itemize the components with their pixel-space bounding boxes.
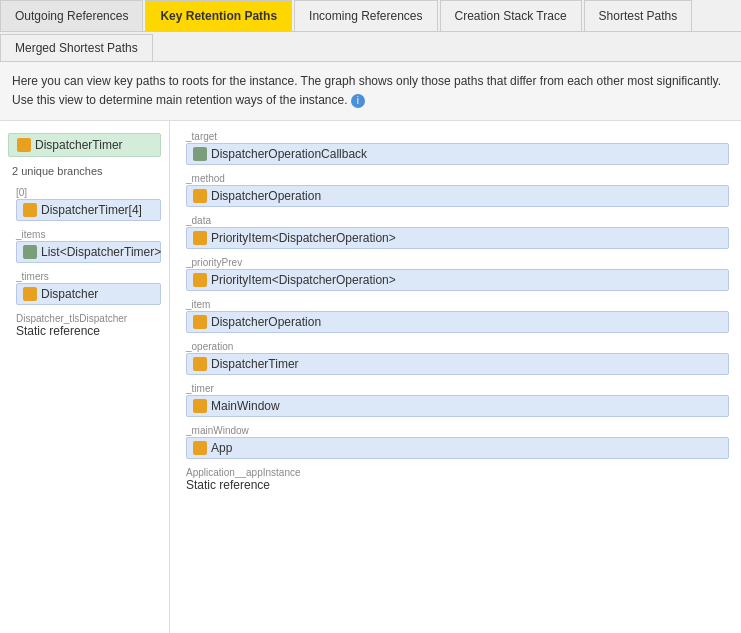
list-icon-r0 <box>193 147 207 161</box>
gear-icon-r2 <box>193 231 207 245</box>
gear-icon-r3 <box>193 273 207 287</box>
right-item-0: _target DispatcherOperationCallback <box>170 129 741 171</box>
info-line1: Here you can view key paths to roots for… <box>12 74 721 88</box>
right-pane: _target DispatcherOperationCallback _met… <box>170 121 741 633</box>
root-node[interactable]: DispatcherTimer <box>8 133 161 157</box>
tab-merged[interactable]: Merged Shortest Paths <box>0 34 153 61</box>
info-icon[interactable]: i <box>351 94 365 108</box>
tabs-row2: Merged Shortest Paths <box>0 32 741 62</box>
right-node-7[interactable]: App <box>186 437 729 459</box>
right-node-5[interactable]: DispatcherTimer <box>186 353 729 375</box>
right-node-0[interactable]: DispatcherOperationCallback <box>186 143 729 165</box>
unique-branches: 2 unique branches <box>0 161 169 185</box>
info-line2: Use this view to determine main retentio… <box>12 93 348 107</box>
right-static-ref: Application__appInstance Static referenc… <box>170 465 741 494</box>
info-bar: Here you can view key paths to roots for… <box>0 62 741 121</box>
tab-incoming[interactable]: Incoming References <box>294 0 437 31</box>
right-item-6: _timer MainWindow <box>170 381 741 423</box>
right-node-2[interactable]: PriorityItem<DispatcherOperation> <box>186 227 729 249</box>
gear-icon-2 <box>23 287 37 301</box>
gear-icon-r5 <box>193 357 207 371</box>
gear-icon-r7 <box>193 441 207 455</box>
list-icon <box>23 245 37 259</box>
gear-icon-r4 <box>193 315 207 329</box>
tabs-row1: Outgoing References Key Retention Paths … <box>0 0 741 32</box>
left-item-2: _timers Dispatcher <box>0 269 169 311</box>
tab-retention[interactable]: Key Retention Paths <box>145 0 292 31</box>
left-node-dispatchertimer4[interactable]: DispatcherTimer[4] <box>16 199 161 221</box>
tab-outgoing[interactable]: Outgoing References <box>0 0 143 31</box>
right-node-6[interactable]: MainWindow <box>186 395 729 417</box>
tab-creation[interactable]: Creation Stack Trace <box>440 0 582 31</box>
right-item-7: _mainWindow App <box>170 423 741 465</box>
gear-icon-r6 <box>193 399 207 413</box>
right-item-2: _data PriorityItem<DispatcherOperation> <box>170 213 741 255</box>
right-item-1: _method DispatcherOperation <box>170 171 741 213</box>
gear-icon <box>23 203 37 217</box>
left-item-1: _items List<DispatcherTimer> <box>0 227 169 269</box>
left-node-dispatcher[interactable]: Dispatcher <box>16 283 161 305</box>
left-item-0: [0] DispatcherTimer[4] <box>0 185 169 227</box>
root-icon <box>17 138 31 152</box>
tab-shortest[interactable]: Shortest Paths <box>584 0 693 31</box>
right-node-1[interactable]: DispatcherOperation <box>186 185 729 207</box>
right-node-4[interactable]: DispatcherOperation <box>186 311 729 333</box>
right-item-3: _priorityPrev PriorityItem<DispatcherOpe… <box>170 255 741 297</box>
right-item-5: _operation DispatcherTimer <box>170 339 741 381</box>
left-node-list[interactable]: List<DispatcherTimer> <box>16 241 161 263</box>
right-node-3[interactable]: PriorityItem<DispatcherOperation> <box>186 269 729 291</box>
left-static-ref: Dispatcher_tlsDispatcher Static referenc… <box>0 311 169 340</box>
root-label: DispatcherTimer <box>35 138 123 152</box>
right-item-4: _item DispatcherOperation <box>170 297 741 339</box>
left-pane: DispatcherTimer 2 unique branches [0] Di… <box>0 121 170 633</box>
gear-icon-r1 <box>193 189 207 203</box>
